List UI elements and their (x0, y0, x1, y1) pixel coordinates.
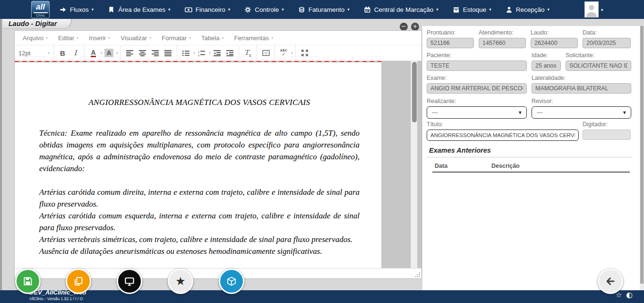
atendimento-input[interactable] (479, 38, 526, 48)
nav-menu-fluxos[interactable]: Fluxos ▾ (60, 6, 94, 13)
resize-grip-icon[interactable] (415, 272, 421, 277)
paciente-label: Paciente: (427, 52, 527, 59)
align-center-icon (139, 50, 146, 56)
field-atendimento: Atendimento: (479, 29, 526, 48)
zoom-out-button[interactable]: − (400, 23, 408, 31)
save-button[interactable] (15, 268, 41, 294)
lateralidade-input[interactable] (532, 83, 631, 94)
digitador-input[interactable] (583, 130, 631, 140)
contrast-icon[interactable]: ◐ (626, 290, 633, 299)
back-button[interactable] (598, 268, 623, 294)
nav-label: Faturamento (309, 6, 345, 13)
chevron-down-icon[interactable]: ▾ (116, 51, 118, 55)
numbered-list-icon: 12 (198, 50, 206, 56)
menu-arquivo[interactable]: Arquivo▾ (17, 35, 53, 42)
align-justify-button[interactable] (162, 47, 174, 59)
app-logo[interactable]: all Clinic (31, 1, 50, 18)
table-borders-button[interactable] (259, 47, 272, 59)
outdent-button[interactable] (211, 47, 223, 59)
window-scrollbar[interactable] (640, 26, 644, 290)
align-left-button[interactable] (123, 47, 136, 59)
nav-label: Central de Marcação (374, 6, 433, 13)
solicitante-input[interactable] (566, 61, 631, 71)
nav-menu-bar: Fluxos ▾ Área de Exames ▾ Financeiro ▾ C… (60, 0, 550, 19)
prontuario-input[interactable] (427, 38, 474, 48)
nav-menu-faturamento[interactable]: Faturamento ▾ (298, 6, 350, 13)
titulo-input[interactable] (427, 130, 579, 141)
footer-bar (0, 290, 644, 303)
column-header-data: Data (435, 163, 447, 169)
nav-menu-financeiro[interactable]: Financeiro ▾ (185, 6, 231, 13)
field-prontuario: Prontuário: (427, 29, 474, 48)
window-scrollbar-thumb[interactable] (640, 26, 644, 284)
indent-button[interactable] (223, 47, 236, 59)
menu-label: Editar (58, 35, 74, 42)
nav-menu-recepcao[interactable]: Recepção ▾ (506, 6, 550, 13)
clear-formatting-button[interactable]: Tx (241, 47, 254, 59)
menu-formatar[interactable]: Formatar▾ (156, 35, 196, 42)
field-laudo: Laudo: (531, 29, 578, 48)
revisor-label: Revisor: (532, 98, 631, 104)
chevron-down-icon: ▾ (108, 36, 110, 40)
data-input[interactable] (583, 38, 631, 48)
paciente-input[interactable] (427, 61, 527, 71)
billing-icon (298, 6, 305, 13)
nav-label: Fluxos (70, 6, 89, 13)
editor-content-area[interactable]: ANGIORRESSONÂNCIA MAGNÉTICA DOS VASOS CE… (15, 61, 421, 268)
field-realizante: Realizante: --- ▼ (427, 98, 527, 119)
field-digitador: Digitador: (583, 121, 631, 140)
laudo-input[interactable] (531, 38, 578, 48)
indent-icon (226, 50, 234, 56)
digitador-label: Digitador: (583, 121, 631, 128)
nav-menu-controle[interactable]: Controle ▾ (244, 6, 284, 13)
display-button[interactable] (117, 268, 142, 294)
nav-menu-central-de-marcacao[interactable]: Central de Marcação ▾ (364, 6, 438, 13)
nav-label: Financeiro (196, 6, 225, 13)
zoom-in-button[interactable]: + (411, 23, 419, 31)
chevron-down-icon: ▾ (228, 7, 231, 12)
favorite-button[interactable]: ★ (168, 268, 193, 294)
align-center-button[interactable] (136, 47, 149, 59)
menu-editar[interactable]: Editar▾ (53, 35, 84, 42)
arrow-left-icon (604, 275, 617, 287)
plus-icon: + (412, 23, 418, 30)
tab-laudo-digitar[interactable]: Laudo - Digitar (3, 19, 71, 29)
menu-visualizar[interactable]: Visualizar▾ (115, 35, 156, 42)
bullet-list-button[interactable] (180, 47, 192, 59)
report-paragraph: Artérias vertebrais simétricas, com traj… (39, 234, 360, 245)
exame-input[interactable] (427, 83, 527, 94)
nav-menu-area-de-exames[interactable]: Área de Exames ▾ (108, 6, 170, 13)
field-revisor: Revisor: --- ▼ (532, 98, 631, 119)
highlight-color-button[interactable]: A (103, 47, 115, 59)
idade-input[interactable] (532, 61, 561, 71)
fullscreen-button[interactable] (298, 47, 311, 59)
chevron-down-icon: ▼ (623, 111, 626, 115)
realizante-select[interactable]: --- ▼ (427, 106, 527, 119)
chevron-down-icon[interactable]: ▾ (291, 51, 293, 55)
logo-text: all (34, 2, 48, 13)
italic-button[interactable]: I (69, 47, 82, 59)
chevron-down-icon: ▾ (48, 51, 50, 55)
document-page[interactable]: ANGIORRESSONÂNCIA MAGNÉTICA DOS VASOS CE… (15, 62, 381, 268)
editor-scrollbar[interactable] (411, 61, 417, 268)
package-button[interactable] (219, 268, 244, 294)
align-right-button[interactable] (149, 47, 162, 59)
exame-label: Exame: (427, 75, 527, 81)
menu-tabela[interactable]: Tabela▾ (196, 35, 229, 42)
nav-menu-estoque[interactable]: Estoque ▾ (453, 6, 491, 13)
text-color-button[interactable]: A (87, 47, 100, 59)
menu-inserir[interactable]: Inserir▾ (84, 35, 115, 42)
bold-button[interactable]: B (56, 47, 69, 59)
numbered-list-button[interactable]: 12 (195, 47, 208, 59)
menu-label: Inserir (89, 35, 106, 42)
user-avatar[interactable] (584, 1, 599, 17)
menu-label: Ferramentas (234, 35, 269, 42)
font-size-select[interactable]: 12pt▾ (17, 47, 51, 59)
revisor-select[interactable]: --- ▼ (532, 106, 631, 119)
menu-ferramentas[interactable]: Ferramentas▾ (229, 35, 278, 42)
realizante-label: Realizante: (427, 98, 527, 104)
spellcheck-button[interactable]: ABC✓ (277, 47, 290, 59)
chevron-down-icon[interactable]: ▾ (601, 8, 603, 12)
copy-button[interactable] (66, 268, 91, 294)
editor-scrollbar-thumb[interactable] (412, 62, 417, 122)
